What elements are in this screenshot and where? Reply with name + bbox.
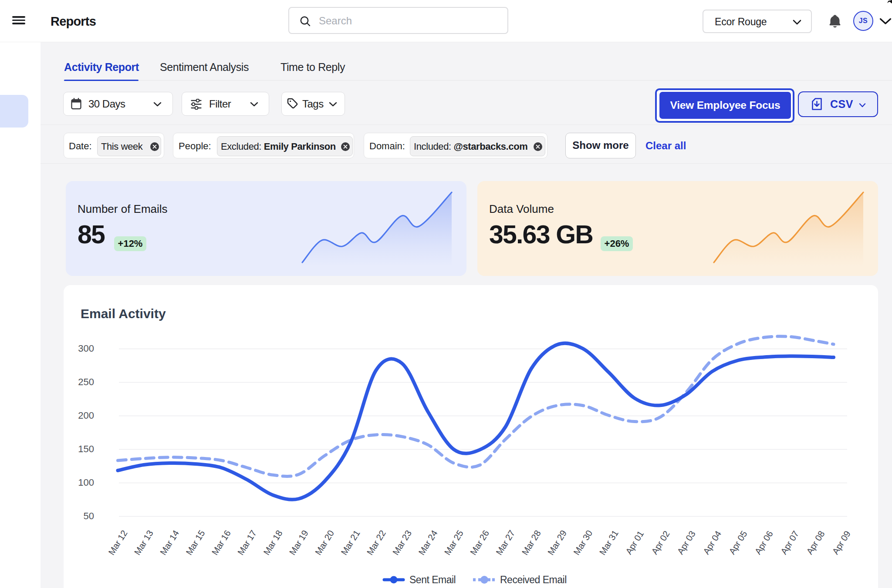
svg-text:Mar 23: Mar 23: [390, 528, 413, 557]
svg-text:Mar 16: Mar 16: [209, 528, 233, 557]
svg-text:250: 250: [78, 376, 94, 387]
svg-text:Mar 19: Mar 19: [287, 528, 310, 557]
svg-text:100: 100: [78, 477, 94, 488]
svg-text:Apr 09: Apr 09: [830, 529, 852, 556]
svg-text:Apr 02: Apr 02: [649, 529, 672, 556]
svg-text:Mar 13: Mar 13: [132, 528, 155, 557]
svg-text:Apr 06: Apr 06: [753, 529, 775, 556]
svg-text:300: 300: [78, 343, 94, 354]
svg-text:Mar 24: Mar 24: [416, 528, 439, 557]
svg-text:Apr 04: Apr 04: [701, 529, 723, 556]
svg-text:Apr 01: Apr 01: [623, 529, 645, 556]
svg-text:Mar 30: Mar 30: [571, 528, 595, 557]
svg-text:200: 200: [78, 410, 94, 421]
svg-text:150: 150: [78, 444, 94, 454]
svg-text:Apr 07: Apr 07: [778, 529, 801, 556]
svg-text:Mar 15: Mar 15: [184, 528, 207, 557]
svg-text:Apr 05: Apr 05: [727, 529, 749, 556]
svg-text:Mar 20: Mar 20: [313, 528, 336, 557]
svg-text:Mar 22: Mar 22: [365, 528, 388, 557]
svg-text:Mar 14: Mar 14: [158, 528, 181, 557]
svg-text:Mar 27: Mar 27: [494, 528, 517, 557]
svg-text:Apr 08: Apr 08: [804, 529, 827, 556]
svg-text:Mar 18: Mar 18: [261, 528, 284, 557]
svg-text:Mar 25: Mar 25: [442, 528, 465, 557]
svg-text:Apr 03: Apr 03: [675, 529, 697, 556]
svg-text:50: 50: [84, 511, 94, 521]
svg-text:Mar 17: Mar 17: [235, 528, 258, 557]
svg-text:Mar 31: Mar 31: [597, 528, 620, 557]
svg-text:Mar 26: Mar 26: [468, 528, 491, 557]
svg-text:Mar 28: Mar 28: [520, 528, 543, 557]
svg-text:Sent Email: Sent Email: [409, 574, 456, 585]
svg-text:Mar 12: Mar 12: [106, 528, 129, 557]
svg-text:Mar 21: Mar 21: [339, 528, 362, 557]
svg-text:Mar 29: Mar 29: [545, 528, 568, 557]
svg-text:Received Email: Received Email: [500, 574, 567, 585]
